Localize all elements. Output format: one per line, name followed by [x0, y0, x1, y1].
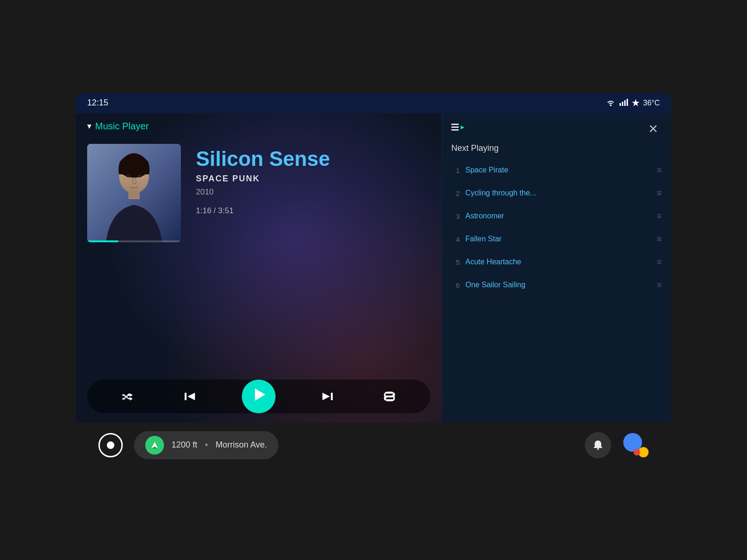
- queue-item-name: Fallen Star: [465, 235, 651, 243]
- track-artist: SPACE PUNK: [196, 174, 430, 184]
- shuffle-button[interactable]: [117, 385, 139, 408]
- queue-list: 1 Space Pirate ≡ 2 Cycling through the..…: [442, 159, 671, 423]
- svg-rect-17: [451, 127, 459, 128]
- signal-icon: [620, 98, 628, 108]
- temperature: 36°C: [643, 99, 660, 107]
- queue-item-number: 2: [451, 189, 460, 197]
- queue-item[interactable]: 5 Acute Heartache ≡: [446, 251, 667, 274]
- svg-rect-0: [620, 103, 621, 106]
- nav-street: Morrison Ave.: [216, 440, 267, 450]
- svg-rect-3: [627, 99, 628, 106]
- player-panel: ▾ Music Player: [76, 113, 441, 423]
- nav-distance: 1200 ft: [172, 440, 197, 450]
- progress-bar-bg: [87, 240, 181, 242]
- google-assistant-button[interactable]: [622, 432, 649, 458]
- queue-panel: ✕ Next Playing 1 Space Pirate ≡ 2 Cyclin…: [441, 113, 671, 423]
- next-button[interactable]: [316, 385, 338, 408]
- play-icon: [253, 388, 266, 405]
- queue-item-number: 3: [451, 212, 460, 220]
- turn-arrow-icon: [145, 436, 164, 455]
- queue-close-button[interactable]: ✕: [645, 121, 662, 138]
- queue-item[interactable]: 6 One Sailor Sailing ≡: [446, 274, 667, 297]
- progress-bar-fill: [87, 240, 118, 242]
- play-pause-button[interactable]: [242, 380, 276, 413]
- bottom-bar: 1200 ft • Morrison Ave.: [76, 423, 671, 468]
- svg-point-9: [126, 174, 131, 177]
- controls-bar: [87, 380, 430, 413]
- player-header: ▾ Music Player: [76, 113, 441, 139]
- svg-marker-12: [187, 393, 195, 400]
- prev-button[interactable]: [179, 385, 202, 408]
- player-content: ▾ Music Player: [76, 113, 441, 423]
- svg-rect-16: [451, 124, 459, 125]
- svg-point-10: [137, 174, 142, 177]
- track-year: 2010: [196, 187, 430, 197]
- svg-rect-2: [624, 100, 626, 106]
- svg-rect-14: [331, 393, 333, 400]
- queue-header: ✕: [442, 113, 671, 142]
- drag-handle-icon[interactable]: ≡: [657, 234, 662, 244]
- album-art-image: [87, 144, 181, 242]
- queue-item-name: Space Pirate: [465, 166, 651, 174]
- svg-rect-18: [451, 129, 459, 131]
- repeat-button[interactable]: [378, 385, 401, 408]
- album-art: [87, 144, 181, 242]
- queue-title: Next Playing: [442, 142, 671, 159]
- svg-rect-11: [185, 393, 187, 400]
- queue-item-number: 4: [451, 235, 460, 243]
- queue-item-name: Astronomer: [465, 212, 651, 220]
- status-bar: 12:15 ★ 36°C: [76, 93, 671, 113]
- svg-marker-15: [322, 393, 330, 400]
- main-area: ▾ Music Player: [76, 113, 671, 423]
- queue-item-name: Acute Heartache: [465, 258, 651, 266]
- app-title: Music Player: [95, 121, 149, 132]
- svg-point-22: [597, 448, 599, 450]
- queue-item-number: 5: [451, 258, 460, 266]
- drag-handle-icon[interactable]: ≡: [657, 165, 662, 175]
- queue-item-name: One Sailor Sailing: [465, 281, 651, 289]
- player-body: Silicon Sense SPACE PUNK 2010 1:16 / 3:5…: [76, 139, 441, 372]
- queue-item-name: Cycling through the...: [465, 189, 651, 197]
- drag-handle-icon[interactable]: ≡: [657, 188, 662, 198]
- track-info: Silicon Sense SPACE PUNK 2010 1:16 / 3:5…: [196, 144, 430, 372]
- queue-item-number: 1: [451, 166, 460, 174]
- wifi-icon: [605, 98, 616, 108]
- chevron-down-icon[interactable]: ▾: [87, 121, 91, 131]
- queue-item[interactable]: 1 Space Pirate ≡: [446, 159, 667, 182]
- clock: 12:15: [87, 98, 108, 108]
- navigation-pill[interactable]: 1200 ft • Morrison Ave.: [134, 431, 278, 459]
- drag-handle-icon[interactable]: ≡: [657, 280, 662, 290]
- notification-button[interactable]: [585, 432, 611, 458]
- queue-list-icon: [451, 123, 464, 136]
- drag-handle-icon[interactable]: ≡: [657, 211, 662, 221]
- bluetooth-icon: ★: [632, 98, 639, 108]
- svg-marker-13: [255, 388, 265, 401]
- home-button[interactable]: [98, 433, 123, 457]
- queue-item[interactable]: 2 Cycling through the... ≡: [446, 182, 667, 205]
- car-screen: 12:15 ★ 36°C ▾ Music Player: [76, 93, 671, 468]
- status-icons: ★ 36°C: [605, 98, 660, 108]
- queue-item[interactable]: 3 Astronomer ≡: [446, 205, 667, 228]
- home-dot-icon: [107, 441, 114, 449]
- queue-item[interactable]: 4 Fallen Star ≡: [446, 228, 667, 251]
- svg-rect-7: [128, 191, 140, 199]
- track-title: Silicon Sense: [196, 148, 430, 170]
- svg-marker-19: [461, 126, 464, 129]
- drag-handle-icon[interactable]: ≡: [657, 257, 662, 267]
- queue-item-number: 6: [451, 281, 460, 289]
- ga-red-dot: [634, 449, 640, 455]
- track-time: 1:16 / 3:51: [196, 206, 430, 216]
- nav-separator: •: [205, 440, 208, 450]
- svg-rect-1: [622, 102, 623, 106]
